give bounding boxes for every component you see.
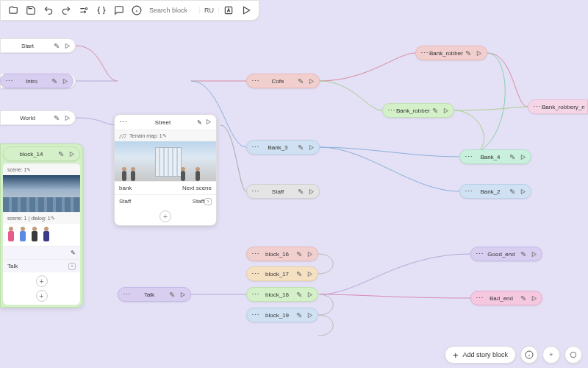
more-icon[interactable]: ⋯ xyxy=(531,102,542,112)
play-icon[interactable] xyxy=(238,2,254,18)
edit-icon[interactable]: ✎ xyxy=(294,311,304,319)
more-icon[interactable]: ⋯ xyxy=(250,250,260,259)
more-icon[interactable]: ⋯ xyxy=(250,143,260,152)
more-icon[interactable]: ⋯ xyxy=(463,152,473,162)
edit-icon[interactable]: ✎ xyxy=(295,188,306,196)
node-talk[interactable]: ⋯ Talk ✎ xyxy=(118,287,191,302)
settings-icon[interactable] xyxy=(76,2,92,18)
undo-icon[interactable] xyxy=(40,2,57,18)
more-icon[interactable]: ⋯ xyxy=(250,269,260,279)
more-icon[interactable]: ⋯ xyxy=(474,250,484,259)
search-input[interactable] xyxy=(146,3,198,18)
more-icon[interactable]: ⋯ xyxy=(419,49,429,58)
edit-icon[interactable]: ✎ xyxy=(463,49,473,57)
play-icon[interactable] xyxy=(528,295,539,302)
node-world[interactable]: World ✎ xyxy=(0,110,76,125)
node-intro[interactable]: ⋯ Intro ✎ xyxy=(0,74,74,88)
character-2[interactable] xyxy=(19,227,26,243)
more-icon[interactable]: ⋯ xyxy=(250,187,260,197)
redo-icon[interactable] xyxy=(58,2,74,18)
character-3[interactable] xyxy=(31,227,38,243)
node-block14[interactable]: block_14 ✎ xyxy=(3,146,80,161)
node-bank3[interactable]: ⋯Bank_3✎ xyxy=(246,140,320,155)
more-icon[interactable]: ⋯ xyxy=(463,187,473,197)
node-block17[interactable]: ⋯block_17✎ xyxy=(246,266,318,281)
play-icon[interactable] xyxy=(306,78,316,85)
add-story-block-button[interactable]: +Add story block xyxy=(445,346,516,364)
edit-icon[interactable]: ✎ xyxy=(295,144,306,152)
node-block18[interactable]: ⋯block_18✎ xyxy=(246,287,318,302)
play-icon[interactable] xyxy=(62,115,72,121)
more-icon[interactable]: ⋯ xyxy=(386,106,396,116)
scene-thumbnail[interactable] xyxy=(3,175,80,212)
play-icon[interactable] xyxy=(60,78,70,85)
node-good-end[interactable]: ⋯Good_end✎ xyxy=(470,247,542,261)
character-4[interactable] xyxy=(43,227,50,243)
more-icon[interactable]: ⋯ xyxy=(250,290,260,300)
play-icon[interactable] xyxy=(306,188,316,195)
node-bank2[interactable]: ⋯Bank_2✎ xyxy=(459,184,531,199)
edit-icon[interactable]: ✎ xyxy=(295,77,306,85)
play-icon[interactable] xyxy=(306,144,316,151)
play-icon[interactable] xyxy=(304,251,315,258)
edit-icon[interactable]: ✎ xyxy=(507,153,517,161)
staff-row[interactable]: StaffStaff› xyxy=(115,194,216,208)
chevron-right-icon[interactable]: › xyxy=(68,263,76,270)
node-bank-robbery-yes[interactable]: ⋯Bank_robbery_yes✎ xyxy=(382,103,454,118)
edit-icon[interactable]: ✎ xyxy=(56,150,66,158)
bank-row[interactable]: bankNext scene xyxy=(115,181,216,194)
edit-icon[interactable]: ✎ xyxy=(507,188,517,196)
edit-icon[interactable]: ✎ xyxy=(294,250,304,258)
collapse-icon[interactable]: △▽ xyxy=(119,133,126,139)
play-icon[interactable] xyxy=(528,251,539,258)
comment-icon[interactable] xyxy=(111,2,127,18)
font-icon[interactable] xyxy=(220,2,237,18)
plus-button[interactable]: + xyxy=(542,346,560,364)
edit-icon[interactable]: ✎ xyxy=(518,294,528,302)
edit-icon[interactable]: ✎ xyxy=(51,216,55,222)
node-bank-robbery-r[interactable]: ⋯Bank_robbery_r✎ xyxy=(415,46,487,60)
more-icon[interactable]: ⋯ xyxy=(119,118,127,127)
play-icon[interactable] xyxy=(517,188,528,195)
play-icon[interactable] xyxy=(205,118,212,127)
play-icon[interactable] xyxy=(304,271,315,277)
play-icon[interactable] xyxy=(66,151,76,158)
row-edit[interactable]: ✎ xyxy=(3,246,80,259)
node-cofe[interactable]: ⋯Cofe✎ xyxy=(246,74,320,88)
scene-thumbnail[interactable] xyxy=(115,141,216,181)
character-row[interactable] xyxy=(3,224,80,246)
edit-icon[interactable]: ✎ xyxy=(26,167,31,173)
edit-icon[interactable]: ✎ xyxy=(430,107,440,115)
info-icon[interactable] xyxy=(129,2,145,18)
open-icon[interactable] xyxy=(5,2,21,18)
more-icon[interactable]: ⋯ xyxy=(250,311,260,320)
more-icon[interactable]: ⋯ xyxy=(250,77,260,86)
play-icon[interactable] xyxy=(473,50,484,57)
edit-icon[interactable]: ✎ xyxy=(71,250,76,256)
node-bad-end[interactable]: ⋯Bad_end✎ xyxy=(470,291,542,305)
edit-icon[interactable]: ✎ xyxy=(49,77,60,85)
chevron-right-icon[interactable]: › xyxy=(204,198,212,205)
node-block19[interactable]: ⋯block_19✎ xyxy=(246,308,318,322)
character-1[interactable] xyxy=(7,227,15,243)
play-icon[interactable] xyxy=(304,312,315,319)
edit-icon[interactable]: ✎ xyxy=(162,133,167,139)
info-button[interactable] xyxy=(520,346,538,364)
node-start[interactable]: Start ✎ xyxy=(0,38,76,53)
node-bank4[interactable]: ⋯Bank_4✎ xyxy=(459,149,531,164)
node-bank-robbery-no[interactable]: ⋯Bank_robbery_no xyxy=(528,99,588,114)
play-icon[interactable] xyxy=(517,154,528,160)
edit-icon[interactable]: ✎ xyxy=(294,291,304,299)
node-block16[interactable]: ⋯block_16✎ xyxy=(246,247,318,261)
language-select[interactable]: RU xyxy=(199,7,219,14)
edit-icon[interactable]: ✎ xyxy=(518,250,528,258)
more-icon[interactable]: ⋯ xyxy=(4,77,14,86)
edit-icon[interactable]: ✎ xyxy=(197,119,202,126)
play-icon[interactable] xyxy=(177,291,187,298)
edit-icon[interactable]: ✎ xyxy=(294,270,304,278)
play-icon[interactable] xyxy=(440,107,451,114)
add-button[interactable]: + xyxy=(159,210,171,222)
more-icon[interactable]: ⋯ xyxy=(121,290,132,300)
edit-icon[interactable]: ✎ xyxy=(167,291,177,299)
add-button[interactable]: + xyxy=(36,275,48,287)
